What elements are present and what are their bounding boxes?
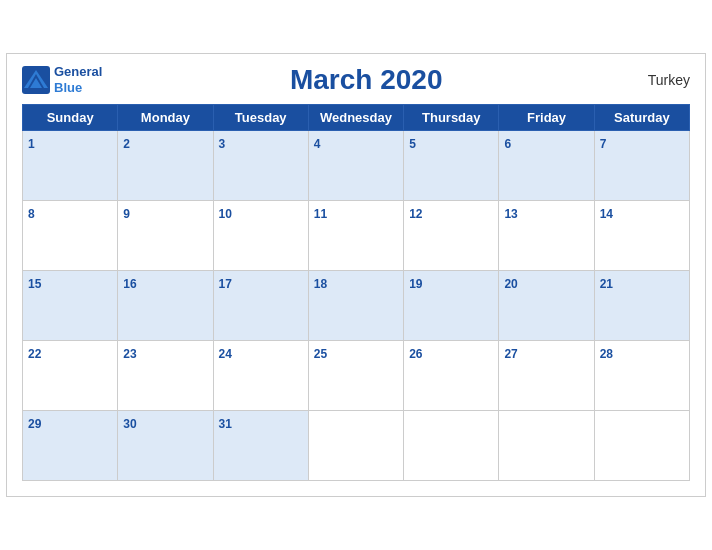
day-number: 31 (219, 417, 232, 431)
calendar-cell: 30 (118, 411, 213, 481)
calendar-week-row: 15161718192021 (23, 271, 690, 341)
calendar-cell: 1 (23, 131, 118, 201)
calendar-cell: 17 (213, 271, 308, 341)
calendar-cell (404, 411, 499, 481)
calendar-cell (308, 411, 403, 481)
calendar-cell: 21 (594, 271, 689, 341)
calendar-cell: 23 (118, 341, 213, 411)
calendar-cell: 7 (594, 131, 689, 201)
day-number: 20 (504, 277, 517, 291)
calendar-cell: 2 (118, 131, 213, 201)
header-thursday: Thursday (404, 105, 499, 131)
day-number: 8 (28, 207, 35, 221)
day-number: 1 (28, 137, 35, 151)
calendar-cell: 28 (594, 341, 689, 411)
logo-text: General Blue (54, 64, 102, 95)
calendar-cell: 9 (118, 201, 213, 271)
calendar-cell: 3 (213, 131, 308, 201)
day-number: 22 (28, 347, 41, 361)
header-wednesday: Wednesday (308, 105, 403, 131)
calendar-week-row: 1234567 (23, 131, 690, 201)
calendar-cell: 19 (404, 271, 499, 341)
header-sunday: Sunday (23, 105, 118, 131)
country-name: Turkey (630, 72, 690, 88)
day-number: 6 (504, 137, 511, 151)
calendar-cell: 27 (499, 341, 594, 411)
calendar-cell: 18 (308, 271, 403, 341)
logo-area: General Blue (22, 64, 102, 95)
day-number: 4 (314, 137, 321, 151)
day-number: 21 (600, 277, 613, 291)
calendar-cell (594, 411, 689, 481)
logo-general: General (54, 64, 102, 80)
day-number: 11 (314, 207, 327, 221)
logo-icon (22, 66, 50, 94)
day-number: 24 (219, 347, 232, 361)
day-number: 16 (123, 277, 136, 291)
calendar-body: 1234567891011121314151617181920212223242… (23, 131, 690, 481)
day-number: 23 (123, 347, 136, 361)
day-number: 30 (123, 417, 136, 431)
calendar-cell: 20 (499, 271, 594, 341)
day-number: 14 (600, 207, 613, 221)
header-friday: Friday (499, 105, 594, 131)
calendar-week-row: 891011121314 (23, 201, 690, 271)
day-number: 26 (409, 347, 422, 361)
day-number: 13 (504, 207, 517, 221)
calendar-week-row: 22232425262728 (23, 341, 690, 411)
calendar-cell: 8 (23, 201, 118, 271)
calendar-cell: 13 (499, 201, 594, 271)
day-number: 12 (409, 207, 422, 221)
calendar-cell: 24 (213, 341, 308, 411)
calendar-cell: 26 (404, 341, 499, 411)
day-number: 10 (219, 207, 232, 221)
calendar-cell: 22 (23, 341, 118, 411)
day-number: 2 (123, 137, 130, 151)
day-number: 28 (600, 347, 613, 361)
day-number: 15 (28, 277, 41, 291)
day-number: 18 (314, 277, 327, 291)
calendar-cell: 25 (308, 341, 403, 411)
calendar-cell: 6 (499, 131, 594, 201)
day-number: 29 (28, 417, 41, 431)
day-number: 17 (219, 277, 232, 291)
header-saturday: Saturday (594, 105, 689, 131)
calendar-cell: 10 (213, 201, 308, 271)
calendar-cell: 12 (404, 201, 499, 271)
calendar-cell: 14 (594, 201, 689, 271)
calendar-cell: 11 (308, 201, 403, 271)
calendar-header: General Blue March 2020 Turkey (22, 64, 690, 96)
day-number: 9 (123, 207, 130, 221)
calendar-cell: 16 (118, 271, 213, 341)
calendar-cell: 31 (213, 411, 308, 481)
calendar-week-row: 293031 (23, 411, 690, 481)
logo-blue: Blue (54, 80, 102, 96)
calendar-container: General Blue March 2020 Turkey Sunday Mo… (6, 53, 706, 497)
calendar-cell: 15 (23, 271, 118, 341)
calendar-grid: Sunday Monday Tuesday Wednesday Thursday… (22, 104, 690, 481)
calendar-cell: 5 (404, 131, 499, 201)
day-number: 27 (504, 347, 517, 361)
day-number: 5 (409, 137, 416, 151)
day-number: 19 (409, 277, 422, 291)
calendar-cell: 4 (308, 131, 403, 201)
header-tuesday: Tuesday (213, 105, 308, 131)
header-monday: Monday (118, 105, 213, 131)
day-number: 3 (219, 137, 226, 151)
calendar-cell: 29 (23, 411, 118, 481)
month-title: March 2020 (102, 64, 630, 96)
calendar-cell (499, 411, 594, 481)
days-header-row: Sunday Monday Tuesday Wednesday Thursday… (23, 105, 690, 131)
day-number: 25 (314, 347, 327, 361)
day-number: 7 (600, 137, 607, 151)
